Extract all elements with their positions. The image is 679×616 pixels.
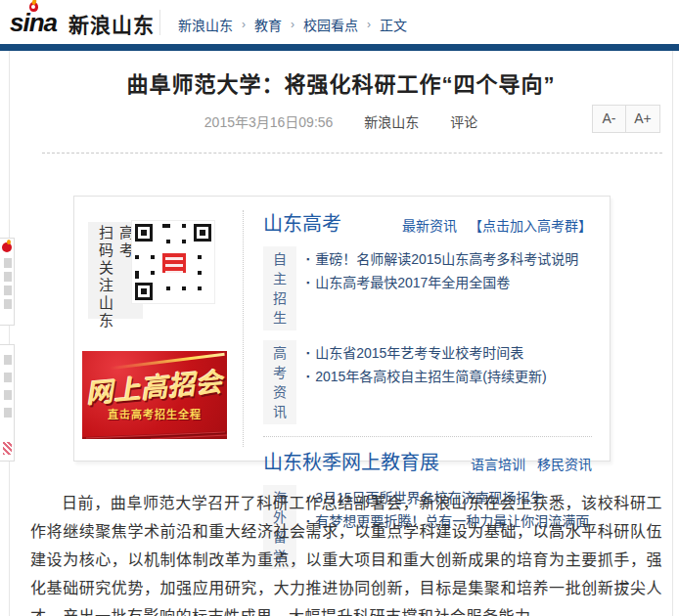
banner-road-decoration	[82, 418, 227, 439]
breadcrumb: 新浪山东 › 教育 › 校园看点 › 正文	[178, 15, 407, 34]
left-float-widget-qr[interactable]	[0, 344, 15, 462]
gaokao-section-title[interactable]: 山东高考	[263, 208, 341, 237]
navbar-accent-bar	[0, 44, 679, 51]
font-larger-button[interactable]: A+	[626, 105, 660, 133]
sina-mini-logo-icon	[2, 242, 12, 252]
clipped-glyph	[4, 299, 12, 309]
clipped-glyph	[4, 286, 12, 295]
clipped-glyph	[4, 373, 12, 382]
language-training-link[interactable]: 语言培训	[471, 457, 525, 472]
breadcrumb-education-link[interactable]: 教育	[254, 15, 282, 34]
qr-center-logo	[160, 251, 188, 275]
join-group-link[interactable]: 【点击加入高考群】	[469, 218, 592, 234]
clipped-glyph	[4, 355, 12, 365]
qr-finder-icon	[135, 224, 153, 242]
breadcrumb-separator: ›	[291, 18, 294, 31]
banner-title: 网上高招会	[83, 361, 227, 411]
expo-section-title[interactable]: 山东秋季网上教育展	[263, 447, 439, 475]
news-list-item[interactable]: 2015年各高校自主招生简章(持续更新)	[306, 365, 547, 388]
breadcrumb-separator: ›	[242, 18, 246, 31]
article-date: 2015年3月16日09:56	[204, 114, 334, 130]
comment-link[interactable]: 评论	[450, 114, 477, 130]
category-row-zixun: 高考资讯 山东省2015年艺考专业校考时间表 2015年各高校自主招生简章(持续…	[263, 340, 592, 424]
promo-right-column: 山东高考 最新资讯 【点击加入高考群】 自主招生 重磅！名师解读2015山东高考…	[244, 197, 610, 461]
site-logo[interactable]: sina 新浪山东	[10, 8, 155, 38]
category-label: 自主招生	[263, 246, 296, 330]
news-list-item[interactable]: 重磅！名师解读2015山东高考多科考试说明	[306, 247, 578, 271]
clipped-glyph	[4, 390, 12, 400]
qr-finder-icon	[194, 224, 211, 242]
gaokao-promo-box: 扫码关注山东高考 网上高招会 直击高考招生全程	[73, 196, 611, 462]
latest-news-link[interactable]: 最新资讯	[402, 218, 457, 234]
category-row-zizhu: 自主招生 重磅！名师解读2015山东高考多科考试说明 山东高考最快2017年全用…	[263, 246, 592, 330]
news-list-item[interactable]: 山东省2015年艺考专业校考时间表	[306, 341, 547, 365]
left-float-widget-share[interactable]	[0, 238, 15, 326]
gaozhaohui-banner[interactable]: 网上高招会 直击高考招生全程	[82, 351, 227, 439]
breadcrumb-campus-link[interactable]: 校园看点	[303, 15, 358, 34]
header-divider	[159, 10, 160, 35]
sina-brand-logo: sina	[10, 8, 61, 38]
font-size-controls: A- A+	[592, 105, 660, 133]
clipped-glyph	[4, 272, 12, 282]
breadcrumb-current: 正文	[380, 15, 407, 34]
content-wrapper: 曲阜师范大学：将强化科研工作“四个导向” 2015年3月16日09:56 新浪山…	[9, 51, 673, 616]
qr-finder-icon	[135, 283, 153, 300]
qr-code[interactable]	[131, 220, 215, 304]
article-meta: 2015年3月16日09:56 新浪山东 评论	[10, 111, 672, 131]
sina-flame-icon	[26, 0, 40, 13]
clipped-glyph	[4, 258, 12, 268]
site-name: 新浪山东	[68, 9, 155, 38]
promo-left-column: 扫码关注山东高考 网上高招会 直击高考招生全程	[74, 197, 243, 461]
title-divider	[42, 153, 662, 154]
article-body-paragraph: 日前，曲阜师范大学召开了科研工作总结部署会，新浪山东在会上获悉，该校科研工作将继…	[30, 489, 662, 616]
article-source: 新浪山东	[364, 114, 419, 130]
breadcrumb-home-link[interactable]: 新浪山东	[178, 15, 233, 34]
font-smaller-button[interactable]: A-	[592, 105, 626, 133]
clipped-glyph	[4, 408, 12, 418]
news-list-item[interactable]: 山东高考最快2017年全用全国卷	[306, 271, 578, 294]
category-label: 高考资讯	[263, 340, 296, 424]
qr-mini-icon	[3, 442, 12, 455]
top-header: sina 新浪山东 新浪山东 › 教育 › 校园看点 › 正文	[0, 0, 679, 44]
immigration-info-link[interactable]: 移民资讯	[537, 457, 592, 472]
promo-horizontal-divider	[263, 436, 592, 437]
breadcrumb-separator: ›	[367, 18, 371, 31]
page-title: 曲阜师范大学：将强化科研工作“四个导向”	[10, 66, 672, 98]
